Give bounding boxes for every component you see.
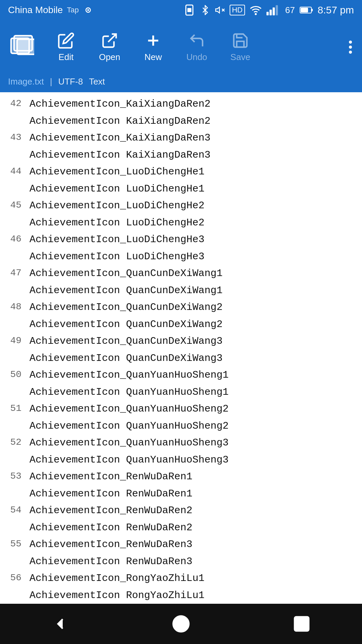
line-number: 56 (0, 570, 27, 585)
line-group: 44AchievementIcon_LuoDiChengHe1Achieveme… (0, 163, 362, 197)
line-number: 51 (0, 400, 27, 416)
line-group: 51AchievementIcon_QuanYuanHuoSheng2Achie… (0, 400, 362, 434)
time-label: 8:57 pm (318, 4, 354, 16)
svg-rect-3 (187, 8, 191, 12)
svg-point-1 (87, 9, 89, 11)
line-number: 50 (0, 367, 27, 382)
separator: | (50, 76, 52, 87)
file-info-bar: Image.txt | UTF-8 Text (0, 74, 362, 92)
save-label: Save (230, 52, 250, 62)
line-group: 45AchievementIcon_LuoDiChengHe2Achieveme… (0, 197, 362, 231)
undo-label: Undo (186, 52, 207, 62)
bluetooth-icon (200, 5, 210, 15)
line-text: AchievementIcon_LuoDiChengHe1 (27, 163, 204, 180)
svg-rect-21 (295, 617, 309, 631)
line-group: 53AchievementIcon_RenWuDaRen1Achievement… (0, 468, 362, 502)
line-group: 46AchievementIcon_LuoDiChengHe3Achieveme… (0, 231, 362, 265)
line-text: AchievementIcon_RenWuDaRen3 (27, 536, 192, 553)
navigation-bar (0, 604, 362, 644)
line-text: AchievementIcon RongYaoZhiLu1 (27, 587, 204, 604)
hd-badge: HD (230, 5, 245, 15)
edit-label: Edit (59, 52, 74, 62)
line-group: 43AchievementIcon_KaiXiangDaRen3Achievem… (0, 129, 362, 163)
save-button[interactable]: Save (222, 32, 259, 62)
line-number: 48 (0, 299, 27, 314)
line-text: AchievementIcon_QuanCunDeXiWang2 (27, 299, 223, 316)
svg-point-20 (173, 616, 189, 632)
home-button[interactable] (172, 614, 190, 633)
line-number: 55 (0, 536, 27, 551)
line-group: 42AchievementIcon_KaiXiangDaRen2Achievem… (0, 96, 362, 129)
line-text: AchievementIcon QuanYuanHuoSheng2 (27, 418, 229, 435)
line-number: 44 (0, 163, 27, 178)
line-text: AchievementIcon_QuanYuanHuoSheng2 (27, 400, 229, 418)
open-button[interactable]: Open (91, 32, 128, 62)
line-text: AchievementIcon_QuanYuanHuoSheng1 (27, 367, 229, 384)
svg-rect-8 (269, 10, 272, 15)
svg-rect-16 (17, 39, 34, 54)
filename-label: Image.txt (8, 76, 44, 87)
toolbar: Edit Open New Undo Save (0, 20, 362, 74)
line-text: AchievementIcon_LuoDiChengHe3 (27, 231, 204, 248)
line-group: 55AchievementIcon_RenWuDaRen3Achievement… (0, 536, 362, 570)
svg-rect-9 (273, 7, 275, 15)
wifi-icon (250, 4, 262, 16)
line-number: 46 (0, 231, 27, 246)
line-number: 49 (0, 333, 27, 348)
status-right: HD 67 8:57 pm (183, 4, 354, 16)
line-text: AchievementIcon_QuanYuanHuoSheng3 (27, 434, 229, 451)
new-button[interactable]: New (135, 32, 172, 62)
line-text: AchievementIcon_KaiXiangDaRen2 (27, 96, 210, 113)
back-button[interactable] (51, 614, 70, 633)
svg-line-17 (108, 34, 116, 42)
line-number: 52 (0, 434, 27, 449)
svg-rect-10 (276, 5, 278, 15)
status-left: China Mobile Tap (8, 5, 94, 15)
line-text: AchievementIcon KaiXiangDaRen2 (27, 113, 210, 130)
undo-button[interactable]: Undo (178, 32, 215, 62)
line-group: 49AchievementIcon_QuanCunDeXiWang3Achiev… (0, 333, 362, 367)
line-group: 54AchievementIcon_RenWuDaRen2Achievement… (0, 502, 362, 536)
line-text: AchievementIcon_RenWuDaRen2 (27, 502, 192, 519)
line-text: AchievementIcon_LuoDiChengHe2 (27, 197, 204, 214)
line-number: 43 (0, 129, 27, 145)
carrier-label: China Mobile (8, 5, 63, 15)
line-number: 54 (0, 502, 27, 517)
line-text: AchievementIcon RenWuDaRen3 (27, 553, 192, 570)
filetype-label: Text (89, 76, 105, 87)
line-group: 50AchievementIcon_QuanYuanHuoSheng1Achie… (0, 367, 362, 400)
battery-icon (300, 5, 313, 15)
line-text: AchievementIcon LuoDiChengHe3 (27, 248, 204, 265)
line-text: AchievementIcon_KaiXiangDaRen3 (27, 129, 210, 147)
line-text: AchievementIcon QuanYuanHuoSheng1 (27, 384, 229, 401)
line-text: AchievementIcon_RongYaoZhiLu1 (27, 570, 204, 587)
more-button[interactable] (349, 41, 352, 54)
line-text: AchievementIcon_QuanCunDeXiWang1 (27, 265, 223, 282)
line-group: 48AchievementIcon_QuanCunDeXiWang2Achiev… (0, 299, 362, 333)
edit-button[interactable]: Edit (48, 32, 84, 62)
line-text: AchievementIcon RenWuDaRen2 (27, 519, 192, 536)
signal-icon (266, 4, 281, 16)
line-number: 42 (0, 96, 27, 111)
svg-rect-7 (266, 12, 269, 15)
svg-point-6 (255, 14, 256, 15)
headset-icon (83, 5, 94, 15)
line-number: 45 (0, 197, 27, 212)
line-text: AchievementIcon QuanYuanHuoSheng3 (27, 451, 229, 469)
tap-label: Tap (67, 6, 78, 14)
files-logo (10, 34, 34, 60)
line-group: 47AchievementIcon_QuanCunDeXiWang1Achiev… (0, 265, 362, 299)
line-text: AchievementIcon_RenWuDaRen1 (27, 468, 192, 485)
sim-icon (183, 4, 195, 16)
file-content: 42AchievementIcon_KaiXiangDaRen2Achievem… (0, 92, 362, 644)
line-group: 52AchievementIcon_QuanYuanHuoSheng3Achie… (0, 434, 362, 468)
new-label: New (144, 52, 162, 62)
line-text: AchievementIcon LuoDiChengHe2 (27, 214, 204, 231)
line-text: AchievementIcon QuanCunDeXiWang2 (27, 316, 223, 333)
svg-rect-13 (301, 8, 308, 12)
recents-button[interactable] (292, 614, 311, 633)
svg-rect-12 (311, 9, 313, 11)
line-number: 53 (0, 468, 27, 483)
encoding-label: UTF-8 (58, 76, 83, 87)
mute-icon (215, 5, 225, 15)
